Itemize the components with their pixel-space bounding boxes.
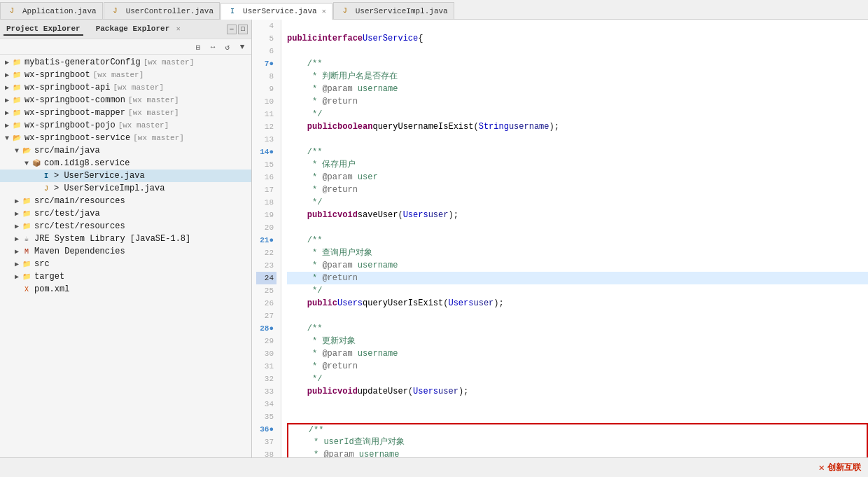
folder-icon: 📁 — [11, 120, 22, 131]
code-line-14: /** — [287, 146, 868, 158]
line-num-15: 15 — [256, 158, 276, 171]
tree-item-target[interactable]: ▶ 📁 target — [0, 270, 251, 283]
folder-open-icon: 📂 — [21, 145, 32, 156]
folder-icon: 📁 — [11, 82, 22, 93]
tab-label-userserviceimpl: UserServiceImpl.java — [356, 7, 448, 15]
line-num-6: 6 — [256, 45, 276, 57]
tab-userservice-java[interactable]: I UserService.java ✕ — [220, 3, 332, 20]
line-num-25: 25 — [256, 284, 276, 297]
bottom-bar: ✕ 创新互联 — [0, 457, 868, 477]
sidebar-tab-project-explorer[interactable]: Project Explorer — [4, 23, 83, 36]
jre-icon: ☕ — [21, 233, 32, 244]
tree-item-userserviceimpl-java[interactable]: J > UserServiceImpl.java — [0, 182, 251, 195]
code-line-28: /** — [287, 322, 868, 335]
line-numbers: 4 5 6 7● 8 9 10 11 12 13 14● 15 16 17 18… — [252, 20, 281, 457]
folder-icon: 📁 — [21, 195, 32, 207]
tree-label: src/test/resources — [34, 221, 125, 231]
line-num-16: 16 — [256, 171, 276, 184]
tree-item-mybatis[interactable]: ▶ 📁 mybatis-generatorConfig [wx master] — [0, 56, 251, 69]
tree-arrow-icon: ▶ — [13, 247, 21, 256]
tree-item-userservice-java[interactable]: I > UserService.java — [0, 170, 251, 182]
java-file-icon: J — [6, 6, 18, 17]
tree-arrow-icon: ▶ — [13, 272, 21, 281]
sidebar-tabs: Project Explorer Package Explorer ✕ — [4, 23, 183, 36]
line-num-34: 34 — [256, 398, 276, 410]
code-line-15: * 保存用户 — [287, 158, 868, 171]
tab-bar: J Application.java J UserController.java… — [0, 0, 868, 20]
close-tab-icon[interactable]: ✕ — [322, 7, 326, 15]
line-num-32: 32 — [256, 373, 276, 385]
line-num-30: 30 — [256, 347, 276, 360]
tree-item-com-idig8-service[interactable]: ▼ 📦 com.idig8.service — [0, 157, 251, 170]
folder-icon: 📁 — [11, 69, 22, 81]
folder-open-icon: 📂 — [11, 132, 22, 144]
xml-file-icon: X — [21, 284, 32, 295]
code-line-13 — [287, 133, 868, 146]
code-line-17: * @return — [287, 184, 868, 196]
line-num-14: 14● — [256, 146, 276, 158]
line-num-12: 12 — [256, 120, 276, 133]
tree-item-wx-springboot-common[interactable]: ▶ 📁 wx-springboot-common [wx master] — [0, 94, 251, 106]
tree-item-src-main-java[interactable]: ▼ 📂 src/main/java — [0, 144, 251, 157]
tree-item-wx-springboot-pojo[interactable]: ▶ 📁 wx-springboot-pojo [wx master] — [0, 119, 251, 132]
link-with-editor-button[interactable]: ↔ — [206, 41, 219, 53]
tree-label: wx-springboot-mapper — [24, 108, 125, 118]
tree-item-maven-deps[interactable]: ▶ M Maven Dependencies — [0, 245, 251, 258]
code-container[interactable]: 4 5 6 7● 8 9 10 11 12 13 14● 15 16 17 18… — [252, 20, 868, 457]
code-lines[interactable]: public interface UserService { /** * 判断用… — [281, 20, 868, 457]
code-line-12: public boolean queryUsernameIsExist(Stri… — [287, 120, 868, 133]
line-num-11: 11 — [256, 108, 276, 120]
tree-item-wx-springboot-api[interactable]: ▶ 📁 wx-springboot-api [wx master] — [0, 81, 251, 94]
tree-arrow-expanded-icon: ▼ — [22, 160, 31, 167]
tree-label: target — [34, 272, 64, 282]
code-line-31: * @return — [287, 360, 868, 373]
code-line-33: public void updateUser(Users user); — [287, 385, 868, 398]
tree-item-wx-springboot-mapper[interactable]: ▶ 📁 wx-springboot-mapper [wx master] — [0, 106, 251, 119]
sync-button[interactable]: ↺ — [221, 41, 234, 53]
code-line-7: /** — [287, 57, 868, 70]
sidebar-window-controls: ─ □ — [227, 25, 248, 34]
minimize-button[interactable]: ─ — [227, 25, 237, 34]
tab-userserviceimpl-java[interactable]: J UserServiceImpl.java — [333, 2, 454, 19]
code-line-30: * @param username — [287, 347, 868, 360]
tab-application-java[interactable]: J Application.java — [0, 2, 103, 19]
tree-item-pom-xml[interactable]: X pom.xml — [0, 283, 251, 296]
code-line-9: * @param username — [287, 83, 868, 95]
code-line-35 — [287, 410, 868, 423]
code-line-24: * @return — [287, 272, 868, 284]
tab-usercontroller-java[interactable]: J UserController.java — [104, 2, 220, 19]
line-num-26: 26 — [256, 297, 276, 310]
sidebar-tab-package-explorer[interactable]: Package Explorer ✕ — [93, 23, 183, 36]
java-file-icon-4: J — [340, 6, 351, 17]
code-line-18: */ — [287, 196, 868, 209]
sidebar: Project Explorer Package Explorer ✕ ─ □ … — [0, 20, 252, 457]
tree-item-src-test-resources[interactable]: ▶ 📁 src/test/resources — [0, 220, 251, 233]
line-num-19: 19 — [256, 209, 276, 221]
maximize-button[interactable]: □ — [238, 25, 248, 34]
tab-label-application: Application.java — [22, 7, 97, 15]
java-class-icon: J — [41, 183, 52, 194]
folder-icon: 📁 — [21, 208, 32, 219]
interface-file-icon: I — [41, 170, 52, 181]
folder-icon: 📁 — [11, 57, 22, 68]
line-num-4: 4 — [256, 20, 276, 32]
tree-arrow-expanded-icon: ▼ — [3, 134, 11, 142]
line-num-29: 29 — [256, 335, 276, 347]
tree-item-jre-system[interactable]: ▶ ☕ JRE System Library [JavaSE-1.8] — [0, 233, 251, 245]
view-menu-button[interactable]: ▼ — [236, 41, 248, 53]
tree-item-src[interactable]: ▶ 📁 src — [0, 258, 251, 270]
tree-item-wx-springboot[interactable]: ▶ 📁 wx-springboot [wx master] — [0, 69, 251, 81]
tree-item-src-test-java[interactable]: ▶ 📁 src/test/java — [0, 207, 251, 220]
line-num-27: 27 — [256, 310, 276, 322]
tree-item-src-main-resources[interactable]: ▶ 📁 src/main/resources — [0, 195, 251, 207]
java-file-icon-3: I — [227, 6, 238, 17]
java-file-icon-2: J — [110, 6, 121, 17]
main-window: J Application.java J UserController.java… — [0, 0, 868, 477]
collapse-all-button[interactable]: ⊟ — [192, 41, 204, 53]
close-sidebar-tab-icon[interactable]: ✕ — [176, 25, 181, 33]
code-line-29: * 更新对象 — [287, 335, 868, 347]
tree-arrow-icon: ▶ — [13, 260, 21, 268]
tree-item-wx-springboot-service[interactable]: ▼ 📂 wx-springboot-service [wx master] — [0, 132, 251, 144]
code-line-25: */ — [287, 284, 868, 297]
tree-label: pom.xml — [34, 284, 69, 294]
